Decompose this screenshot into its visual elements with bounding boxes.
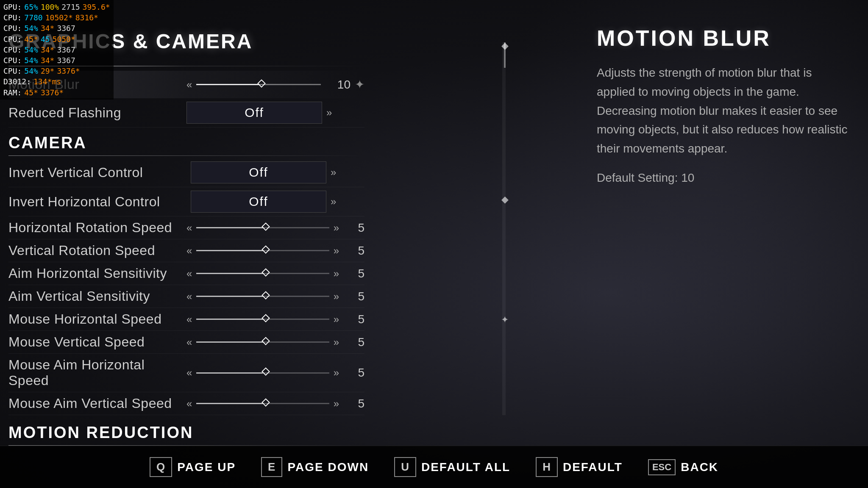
nav-key-esc: ESC [648, 459, 676, 475]
camera-setting-control-2: «»5 [186, 221, 364, 235]
slider-increase-3[interactable]: » [334, 245, 339, 257]
slider-value-6: 5 [343, 313, 364, 326]
slider-decrease-8[interactable]: « [186, 367, 192, 379]
camera-setting-label-0: Invert Vertical Control [8, 165, 186, 180]
motion-blur-track[interactable] [196, 84, 321, 85]
camera-setting-control-6: «»5 [186, 313, 364, 326]
slider-increase-4[interactable]: » [334, 268, 339, 280]
slider-decrease-7[interactable]: « [186, 336, 192, 348]
toggle-value-1[interactable]: Off [191, 191, 326, 213]
scrollbar[interactable] [502, 42, 506, 415]
reduced-flashing-label: Reduced Flashing [8, 105, 186, 121]
nav-page-down[interactable]: E PAGE DOWN [261, 457, 369, 477]
toggle-increase-1[interactable]: » [331, 196, 336, 208]
slider-fill-2 [196, 227, 263, 228]
camera-setting-label-9: Mouse Aim Vertical Speed [8, 396, 186, 411]
camera-setting-row-8[interactable]: Mouse Aim Horizontal Speed«»5 [8, 354, 364, 392]
slider-track-2[interactable] [196, 227, 329, 228]
camera-setting-row-4[interactable]: Aim Horizontal Sensitivity«»5 [8, 262, 364, 285]
camera-setting-row-3[interactable]: Vertical Rotation Speed«»5 [8, 239, 364, 262]
camera-setting-control-5: «»5 [186, 290, 364, 303]
info-title: MOTION BLUR [597, 25, 851, 51]
camera-setting-control-4: «»5 [186, 267, 364, 280]
slider-thumb-9 [262, 398, 270, 407]
scroll-mid-marker: ◆ [501, 194, 509, 205]
slider-track-3[interactable] [196, 250, 329, 251]
info-description: Adjusts the strength of motion blur that… [597, 64, 851, 158]
reduced-flashing-row: Reduced Flashing Off [8, 98, 364, 128]
nav-key-h: H [536, 457, 558, 477]
slider-fill-3 [196, 250, 263, 251]
reduced-flashing-next[interactable] [326, 107, 332, 119]
slider-thumb-8 [262, 367, 270, 376]
camera-setting-row-6[interactable]: Mouse Horizontal Speed«»5 [8, 308, 364, 331]
slider-increase-8[interactable]: » [334, 367, 339, 379]
slider-decrease-4[interactable]: « [186, 268, 192, 280]
perf-stats-overlay: GPU: 65% 100% 2715 395.6* CPU: 7780 1050… [0, 0, 114, 100]
info-default: Default Setting: 10 [597, 171, 851, 185]
camera-setting-control-9: «»5 [186, 397, 364, 410]
slider-increase-7[interactable]: » [334, 336, 339, 348]
camera-setting-row-7[interactable]: Mouse Vertical Speed«»5 [8, 331, 364, 354]
motion-reduction-section: MOTION REDUCTION [8, 415, 364, 446]
camera-divider [8, 155, 364, 156]
slider-track-4[interactable] [196, 273, 329, 274]
slider-fill-8 [196, 372, 263, 374]
motion-blur-value: 10 [325, 78, 351, 92]
slider-increase-6[interactable]: » [334, 313, 339, 325]
toggle-increase-0[interactable]: » [331, 166, 336, 178]
camera-settings-list: Invert Vertical ControlOff»Invert Horizo… [8, 158, 364, 415]
slider-fill-7 [196, 341, 263, 343]
camera-setting-row-5[interactable]: Aim Vertical Sensitivity«»5 [8, 285, 364, 308]
camera-setting-row-9[interactable]: Mouse Aim Vertical Speed«»5 [8, 392, 364, 415]
slider-increase-5[interactable]: » [334, 291, 339, 302]
camera-setting-label-4: Aim Horizontal Sensitivity [8, 266, 186, 281]
camera-setting-label-7: Mouse Vertical Speed [8, 334, 186, 350]
motion-blur-control: 10 ✦ [186, 78, 364, 92]
camera-setting-label-2: Horizontal Rotation Speed [8, 220, 186, 236]
motion-blur-set-icon: ✦ [355, 78, 364, 92]
slider-thumb-5 [262, 291, 270, 299]
camera-setting-label-3: Vertical Rotation Speed [8, 243, 186, 258]
camera-setting-label-1: Invert Horizontal Control [8, 194, 186, 210]
camera-setting-control-1: Off» [186, 191, 364, 213]
camera-setting-row-2[interactable]: Horizontal Rotation Speed«»5 [8, 216, 364, 239]
slider-increase-2[interactable]: » [334, 222, 339, 234]
slider-increase-9[interactable]: » [334, 398, 339, 410]
slider-decrease-5[interactable]: « [186, 291, 192, 302]
slider-track-8[interactable] [196, 372, 329, 374]
slider-decrease-6[interactable]: « [186, 313, 192, 325]
slider-value-4: 5 [343, 267, 364, 280]
nav-label-page-down: PAGE DOWN [287, 460, 369, 474]
camera-title: CAMERA [8, 128, 364, 155]
slider-value-5: 5 [343, 290, 364, 303]
slider-value-2: 5 [343, 221, 364, 235]
nav-page-up[interactable]: Q PAGE UP [150, 457, 236, 477]
slider-thumb-7 [262, 337, 270, 345]
camera-setting-row-0[interactable]: Invert Vertical ControlOff» [8, 158, 364, 187]
nav-back[interactable]: ESC BACK [648, 459, 718, 475]
info-panel: MOTION BLUR Adjusts the strength of moti… [597, 25, 851, 185]
camera-setting-row-1[interactable]: Invert Horizontal ControlOff» [8, 187, 364, 216]
slider-track-9[interactable] [196, 403, 329, 404]
slider-track-7[interactable] [196, 341, 329, 343]
slider-decrease-3[interactable]: « [186, 245, 192, 257]
slider-decrease-2[interactable]: « [186, 222, 192, 234]
camera-setting-control-8: «»5 [186, 366, 364, 380]
slider-fill-6 [196, 319, 263, 320]
nav-default[interactable]: H DEFAULT [536, 457, 623, 477]
toggle-value-0[interactable]: Off [191, 161, 326, 183]
scroll-bot-marker: ✦ [501, 314, 509, 325]
camera-section: CAMERA [8, 128, 364, 156]
nav-label-default-all: DEFAULT ALL [421, 460, 510, 474]
nav-key-q: Q [150, 457, 172, 477]
slider-track-5[interactable] [196, 296, 329, 297]
camera-setting-control-7: «»5 [186, 336, 364, 349]
reduced-flashing-value[interactable]: Off [186, 102, 322, 124]
motion-reduction-title: MOTION REDUCTION [8, 415, 364, 445]
slider-track-6[interactable] [196, 319, 329, 320]
slider-thumb-4 [262, 268, 270, 277]
motion-blur-decrease[interactable] [186, 79, 192, 91]
slider-decrease-9[interactable]: « [186, 398, 192, 410]
nav-default-all[interactable]: U DEFAULT ALL [394, 457, 510, 477]
